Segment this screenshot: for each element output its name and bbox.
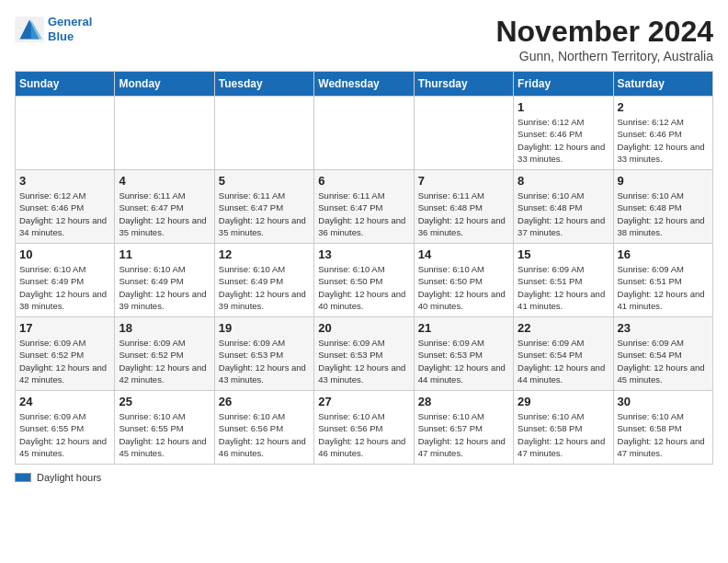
week-row-5: 24Sunrise: 6:09 AM Sunset: 6:55 PM Dayli… (16, 391, 713, 465)
day-info: Sunrise: 6:09 AM Sunset: 6:53 PM Dayligh… (219, 337, 310, 385)
calendar-cell: 4Sunrise: 6:11 AM Sunset: 6:47 PM Daylig… (115, 170, 214, 244)
day-info: Sunrise: 6:10 AM Sunset: 6:56 PM Dayligh… (219, 410, 310, 459)
calendar-cell: 26Sunrise: 6:10 AM Sunset: 6:56 PM Dayli… (214, 391, 313, 465)
day-number: 26 (219, 395, 310, 408)
day-number: 22 (518, 321, 609, 335)
calendar-cell: 27Sunrise: 6:10 AM Sunset: 6:56 PM Dayli… (314, 391, 414, 465)
logo-line2: Blue (48, 29, 74, 43)
title-area: November 2024 Gunn, Northern Territory, … (495, 15, 713, 63)
day-number: 20 (318, 321, 409, 335)
day-info: Sunrise: 6:10 AM Sunset: 6:48 PM Dayligh… (618, 190, 709, 238)
day-info: Sunrise: 6:12 AM Sunset: 6:46 PM Dayligh… (19, 190, 110, 238)
day-info: Sunrise: 6:09 AM Sunset: 6:54 PM Dayligh… (518, 337, 609, 385)
calendar-cell: 8Sunrise: 6:10 AM Sunset: 6:48 PM Daylig… (514, 170, 613, 244)
day-number: 28 (418, 395, 509, 408)
day-number: 1 (518, 100, 609, 114)
day-info: Sunrise: 6:11 AM Sunset: 6:48 PM Dayligh… (418, 190, 509, 238)
calendar-cell: 17Sunrise: 6:09 AM Sunset: 6:52 PM Dayli… (16, 317, 115, 391)
day-header-tuesday: Tuesday (214, 72, 313, 97)
logo-icon (15, 17, 44, 42)
calendar-cell: 18Sunrise: 6:09 AM Sunset: 6:52 PM Dayli… (115, 317, 214, 391)
calendar-cell (414, 97, 513, 170)
calendar-cell: 20Sunrise: 6:09 AM Sunset: 6:53 PM Dayli… (314, 317, 414, 391)
calendar-cell (16, 97, 115, 170)
calendar-cell: 2Sunrise: 6:12 AM Sunset: 6:46 PM Daylig… (613, 97, 712, 170)
week-row-2: 3Sunrise: 6:12 AM Sunset: 6:46 PM Daylig… (16, 170, 713, 244)
day-info: Sunrise: 6:10 AM Sunset: 6:58 PM Dayligh… (618, 410, 709, 459)
calendar-cell: 11Sunrise: 6:10 AM Sunset: 6:49 PM Dayli… (115, 244, 214, 317)
calendar-cell: 28Sunrise: 6:10 AM Sunset: 6:57 PM Dayli… (414, 391, 513, 465)
calendar-cell: 29Sunrise: 6:10 AM Sunset: 6:58 PM Dayli… (514, 391, 613, 465)
calendar-cell: 21Sunrise: 6:09 AM Sunset: 6:53 PM Dayli… (414, 317, 513, 391)
day-number: 8 (518, 174, 609, 188)
calendar-cell: 6Sunrise: 6:11 AM Sunset: 6:47 PM Daylig… (314, 170, 414, 244)
day-info: Sunrise: 6:09 AM Sunset: 6:52 PM Dayligh… (19, 337, 110, 385)
week-row-3: 10Sunrise: 6:10 AM Sunset: 6:49 PM Dayli… (16, 244, 713, 317)
calendar-cell: 12Sunrise: 6:10 AM Sunset: 6:49 PM Dayli… (214, 244, 313, 317)
day-header-sunday: Sunday (16, 72, 115, 97)
day-number: 16 (618, 247, 709, 261)
day-header-saturday: Saturday (613, 72, 712, 97)
day-number: 19 (219, 321, 310, 335)
day-number: 3 (19, 174, 110, 188)
calendar-cell: 13Sunrise: 6:10 AM Sunset: 6:50 PM Dayli… (314, 244, 414, 317)
calendar-cell: 7Sunrise: 6:11 AM Sunset: 6:48 PM Daylig… (414, 170, 513, 244)
day-header-wednesday: Wednesday (314, 72, 414, 97)
calendar-cell: 19Sunrise: 6:09 AM Sunset: 6:53 PM Dayli… (214, 317, 313, 391)
day-header-thursday: Thursday (414, 72, 513, 97)
day-info: Sunrise: 6:11 AM Sunset: 6:47 PM Dayligh… (119, 190, 210, 238)
day-info: Sunrise: 6:10 AM Sunset: 6:50 PM Dayligh… (318, 263, 409, 312)
calendar-cell (314, 97, 414, 170)
day-number: 14 (418, 247, 509, 261)
legend-label: Daylight hours (37, 472, 101, 483)
month-title: November 2024 (495, 15, 713, 49)
day-info: Sunrise: 6:09 AM Sunset: 6:53 PM Dayligh… (418, 337, 509, 385)
day-number: 11 (119, 247, 210, 261)
day-info: Sunrise: 6:09 AM Sunset: 6:53 PM Dayligh… (318, 337, 409, 385)
day-info: Sunrise: 6:09 AM Sunset: 6:55 PM Dayligh… (19, 410, 110, 459)
day-number: 15 (518, 247, 609, 261)
calendar-cell (214, 97, 313, 170)
day-number: 18 (119, 321, 210, 335)
day-number: 9 (618, 174, 709, 188)
calendar-cell: 22Sunrise: 6:09 AM Sunset: 6:54 PM Dayli… (514, 317, 613, 391)
logo-line1: General (48, 15, 92, 29)
day-number: 5 (219, 174, 310, 188)
legend-box (15, 473, 31, 482)
calendar-cell: 16Sunrise: 6:09 AM Sunset: 6:51 PM Dayli… (613, 244, 712, 317)
logo: General Blue (15, 15, 92, 43)
day-info: Sunrise: 6:10 AM Sunset: 6:48 PM Dayligh… (518, 190, 609, 238)
calendar-cell: 15Sunrise: 6:09 AM Sunset: 6:51 PM Dayli… (514, 244, 613, 317)
day-number: 13 (318, 247, 409, 261)
calendar-cell: 1Sunrise: 6:12 AM Sunset: 6:46 PM Daylig… (514, 97, 613, 170)
day-number: 29 (518, 395, 609, 408)
day-info: Sunrise: 6:10 AM Sunset: 6:56 PM Dayligh… (318, 410, 409, 459)
day-info: Sunrise: 6:12 AM Sunset: 6:46 PM Dayligh… (618, 116, 709, 165)
calendar-cell: 9Sunrise: 6:10 AM Sunset: 6:48 PM Daylig… (613, 170, 712, 244)
day-header-monday: Monday (115, 72, 214, 97)
day-number: 10 (19, 247, 110, 261)
calendar-cell (115, 97, 214, 170)
day-info: Sunrise: 6:10 AM Sunset: 6:50 PM Dayligh… (418, 263, 509, 312)
day-info: Sunrise: 6:10 AM Sunset: 6:57 PM Dayligh… (418, 410, 509, 459)
day-info: Sunrise: 6:09 AM Sunset: 6:52 PM Dayligh… (119, 337, 210, 385)
location-title: Gunn, Northern Territory, Australia (495, 49, 713, 63)
day-number: 6 (318, 174, 409, 188)
logo-text: General Blue (48, 15, 92, 43)
day-number: 24 (19, 395, 110, 408)
calendar-cell: 23Sunrise: 6:09 AM Sunset: 6:54 PM Dayli… (613, 317, 712, 391)
calendar-cell: 3Sunrise: 6:12 AM Sunset: 6:46 PM Daylig… (16, 170, 115, 244)
calendar-cell: 25Sunrise: 6:10 AM Sunset: 6:55 PM Dayli… (115, 391, 214, 465)
day-info: Sunrise: 6:10 AM Sunset: 6:58 PM Dayligh… (518, 410, 609, 459)
calendar-header-row: SundayMondayTuesdayWednesdayThursdayFrid… (16, 72, 713, 97)
day-number: 12 (219, 247, 310, 261)
day-number: 27 (318, 395, 409, 408)
day-info: Sunrise: 6:11 AM Sunset: 6:47 PM Dayligh… (318, 190, 409, 238)
week-row-1: 1Sunrise: 6:12 AM Sunset: 6:46 PM Daylig… (16, 97, 713, 170)
day-number: 23 (618, 321, 709, 335)
calendar-cell: 5Sunrise: 6:11 AM Sunset: 6:47 PM Daylig… (214, 170, 313, 244)
day-info: Sunrise: 6:09 AM Sunset: 6:51 PM Dayligh… (518, 263, 609, 312)
day-number: 25 (119, 395, 210, 408)
calendar-cell: 30Sunrise: 6:10 AM Sunset: 6:58 PM Dayli… (613, 391, 712, 465)
day-number: 30 (618, 395, 709, 408)
